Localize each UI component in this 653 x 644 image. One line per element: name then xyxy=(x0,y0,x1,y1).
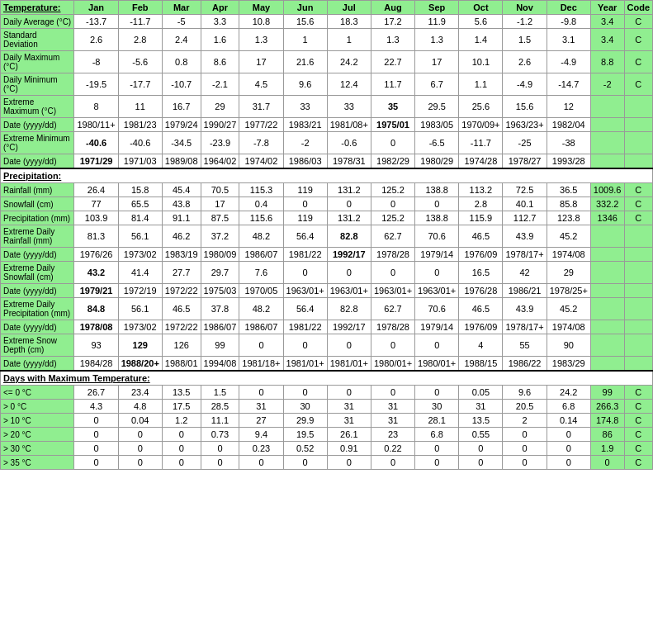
row-label: > 0 °C xyxy=(1,400,74,414)
data-cell: 56.1 xyxy=(118,298,162,320)
mar-header: Mar xyxy=(162,1,201,15)
data-cell: 26.1 xyxy=(327,428,371,442)
data-cell: 40.1 xyxy=(503,197,547,211)
data-cell: 62.7 xyxy=(371,298,414,320)
table-row: Date (yyyy/dd)1976/261973/021983/191980/… xyxy=(1,248,653,262)
data-cell xyxy=(590,262,624,284)
data-cell: -5 xyxy=(162,15,201,29)
data-cell xyxy=(590,96,624,118)
data-cell: 70.5 xyxy=(201,183,239,197)
data-cell: 0 xyxy=(503,442,547,456)
data-cell xyxy=(590,298,624,320)
data-cell: 2.8 xyxy=(118,29,162,51)
data-cell: -11.7 xyxy=(118,15,162,29)
data-cell: 1963/23+ xyxy=(503,118,547,132)
data-cell: 70.6 xyxy=(415,298,459,320)
data-cell: 0 xyxy=(415,456,459,470)
data-cell: 1.3 xyxy=(371,29,414,51)
data-cell: 0 xyxy=(201,442,239,456)
data-cell: 2.4 xyxy=(162,29,201,51)
data-cell: C xyxy=(624,211,653,225)
data-cell: 266.3 xyxy=(590,400,624,414)
data-cell: 8.6 xyxy=(201,51,239,73)
data-cell: 1.3 xyxy=(415,29,459,51)
data-cell: 1984/28 xyxy=(74,357,118,372)
data-cell: 0 xyxy=(371,197,414,211)
data-cell: 1983/21 xyxy=(283,118,327,132)
data-cell: C xyxy=(624,414,653,428)
data-cell: 1981/23 xyxy=(118,118,162,132)
data-cell: 15.8 xyxy=(118,183,162,197)
data-cell: 43.8 xyxy=(162,197,201,211)
data-cell: 41.4 xyxy=(118,262,162,284)
climate-table: Temperature: Jan Feb Mar Apr May Jun Jul… xyxy=(0,0,653,470)
data-cell: 1.5 xyxy=(201,386,239,400)
data-cell: 131.2 xyxy=(327,211,371,225)
data-cell xyxy=(590,248,624,262)
data-cell: 0 xyxy=(371,386,414,400)
data-cell: 99 xyxy=(201,334,239,357)
data-cell: -34.5 xyxy=(162,132,201,154)
data-cell: 24.2 xyxy=(547,386,590,400)
table-body: Daily Average (°C)-13.7-11.7-53.310.815.… xyxy=(1,15,653,470)
data-cell: 0 xyxy=(547,428,590,442)
data-cell: 1975/01 xyxy=(371,118,414,132)
data-cell: 35 xyxy=(371,96,414,118)
data-cell: 46.2 xyxy=(162,225,201,248)
data-cell: -5.6 xyxy=(118,51,162,73)
data-cell: 1.1 xyxy=(459,73,503,96)
data-cell: 1976/09 xyxy=(459,320,503,334)
section-header-2: Days with Maximum Temperature: xyxy=(1,371,653,386)
data-cell: 1981/18+ xyxy=(239,357,283,372)
data-cell: 48.2 xyxy=(239,298,283,320)
data-cell: 129 xyxy=(118,334,162,357)
data-cell: 0 xyxy=(503,428,547,442)
data-cell: 8 xyxy=(74,96,118,118)
data-cell xyxy=(590,284,624,298)
data-cell: 7.6 xyxy=(239,262,283,284)
data-cell: 18.3 xyxy=(327,15,371,29)
data-cell: 48.2 xyxy=(239,225,283,248)
data-cell: 27.7 xyxy=(162,262,201,284)
oct-header: Oct xyxy=(459,1,503,15)
data-cell: 11.1 xyxy=(201,414,239,428)
data-cell: 30 xyxy=(415,400,459,414)
data-cell: C xyxy=(624,197,653,211)
data-cell: 0.23 xyxy=(239,442,283,456)
data-cell: -6.5 xyxy=(415,132,459,154)
data-cell: 138.8 xyxy=(415,211,459,225)
data-cell: 26.7 xyxy=(74,386,118,400)
data-cell: 0 xyxy=(239,334,283,357)
data-cell: 1980/01+ xyxy=(415,357,459,372)
data-cell: 1976/26 xyxy=(74,248,118,262)
data-cell: 1981/22 xyxy=(283,248,327,262)
data-cell: 45.2 xyxy=(547,225,590,248)
row-label: Rainfall (mm) xyxy=(1,183,74,197)
data-cell: 126 xyxy=(162,334,201,357)
data-cell: 1.4 xyxy=(459,29,503,51)
data-cell: 1963/01+ xyxy=(371,284,414,298)
data-cell: 1979/14 xyxy=(415,320,459,334)
data-cell: -10.7 xyxy=(162,73,201,96)
row-label: > 30 °C xyxy=(1,442,74,456)
data-cell: 1986/03 xyxy=(283,154,327,169)
data-cell: 1974/28 xyxy=(459,154,503,169)
data-cell: 12.4 xyxy=(327,73,371,96)
data-cell: 1974/02 xyxy=(239,154,283,169)
data-cell: 84.8 xyxy=(74,298,118,320)
data-cell: 56.1 xyxy=(118,225,162,248)
data-cell xyxy=(624,262,653,284)
data-cell: 1972/22 xyxy=(162,320,201,334)
data-cell: 45.4 xyxy=(162,183,201,197)
data-cell: -2 xyxy=(283,132,327,154)
table-row: Standard Deviation2.62.82.41.61.3111.31.… xyxy=(1,29,653,51)
data-cell: C xyxy=(624,386,653,400)
row-label: Daily Minimum (°C) xyxy=(1,73,74,96)
data-cell: C xyxy=(624,73,653,96)
data-cell: -23.9 xyxy=(201,132,239,154)
data-cell: 17 xyxy=(201,197,239,211)
data-cell: 0 xyxy=(371,132,414,154)
data-cell: 1986/22 xyxy=(503,357,547,372)
data-cell: 115.6 xyxy=(239,211,283,225)
data-cell: 81.4 xyxy=(118,211,162,225)
